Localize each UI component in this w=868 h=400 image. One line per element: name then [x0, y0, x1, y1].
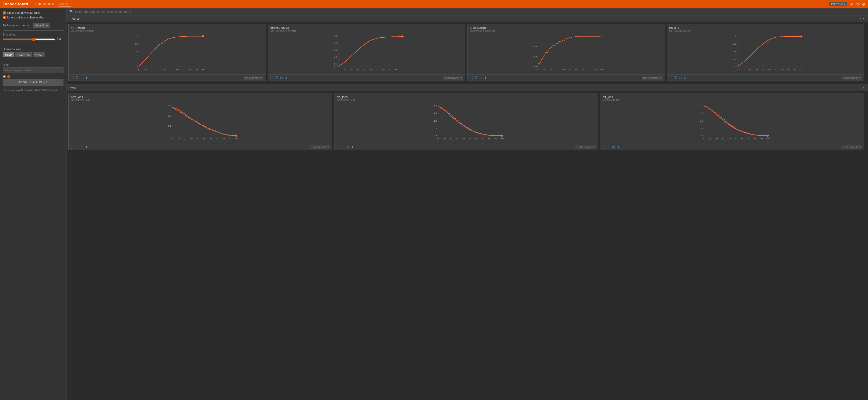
expand-icon[interactable]: ⛶ [70, 76, 74, 80]
svg-text:10: 10 [709, 137, 712, 140]
list-icon[interactable]: ☰ [75, 76, 79, 80]
zoom-icon[interactable]: ⊡ [81, 145, 83, 149]
list-icon[interactable]: ☰ [275, 76, 278, 80]
run-download-button[interactable]: run to downl... ▾ [841, 145, 862, 149]
run-download-button[interactable]: run to downl... ▾ [309, 145, 330, 149]
zoom-icon[interactable]: ⊡ [280, 76, 283, 80]
chart-cls-loss-actions: ⛶ ☰ ⊡ ⬇ [336, 145, 354, 149]
metrics-title: metrics [70, 17, 80, 20]
run-download-button[interactable]: run to downl... ▾ [642, 76, 662, 80]
download-label: run to downl... [843, 146, 859, 149]
chart-box-loss-actions: ⛶ ☰ ⊡ ⬇ [70, 145, 88, 149]
tooltip-select[interactable]: default [33, 23, 50, 28]
status-dropdown[interactable]: INACTIVE ▾ [829, 2, 847, 6]
theme-icon[interactable]: ☀ [850, 2, 853, 6]
run-download-button[interactable]: run to downl... ▾ [442, 76, 463, 80]
svg-point-31 [202, 35, 204, 37]
chart-map50-header: mAP50(B) tag: metrics/mAP50(B) [69, 24, 266, 32]
dropdown-arrow-icon: ▾ [859, 76, 861, 79]
chart-precision-actions: ⛶ ☰ ⊡ ⬇ [469, 76, 487, 80]
settings-icon[interactable]: ⚙ [862, 2, 865, 6]
train-charts-grid: box_loss tag: train/box_loss [66, 91, 868, 152]
list-icon[interactable]: ☰ [607, 145, 610, 149]
svg-text:80: 80 [787, 68, 790, 70]
list-icon[interactable]: ☰ [474, 76, 477, 80]
chevron-up-icon[interactable]: ∧ [863, 17, 865, 20]
chart-precision-footer: ⛶ ☰ ⊡ ⬇ run to downl... ▾ [467, 74, 665, 81]
svg-text:0.9: 0.9 [533, 45, 537, 48]
expand-icon[interactable]: ⛶ [602, 145, 606, 149]
svg-text:1: 1 [535, 35, 537, 37]
download-icon[interactable]: ⬇ [684, 76, 686, 80]
download-label: run to downl... [843, 76, 859, 79]
tag-filter-input[interactable] [75, 10, 865, 13]
toggle-all-button[interactable]: TOGGLE ALL RUNS [3, 79, 63, 86]
smoothing-section: Smoothing 0.6 [3, 33, 63, 41]
download-icon[interactable]: ⬇ [85, 76, 88, 80]
axis-buttons: STEP RELATIVE WALL [3, 52, 63, 57]
chart-map50-svg: 1 0.9 0.8 0.7 0.6 0 10 20 30 40 50 [69, 33, 266, 74]
nav-scalars[interactable]: SCALARS [58, 1, 72, 7]
expand-icon[interactable]: ⛶ [336, 145, 340, 149]
run-color-dot [7, 75, 10, 78]
svg-text:0.8: 0.8 [434, 134, 437, 137]
chevron-up-icon[interactable]: ∧ [863, 86, 865, 90]
svg-text:30: 30 [456, 137, 458, 140]
zoom-icon[interactable]: ⊡ [479, 76, 482, 80]
svg-text:60: 60 [475, 137, 478, 140]
svg-text:60: 60 [376, 68, 378, 70]
chart-dfl-loss-title: dfl_loss [602, 95, 862, 99]
svg-text:80: 80 [588, 68, 590, 70]
chart-precision-area: 1 0.9 0.8 0.6 0 10 20 30 40 50 60 70 [467, 32, 665, 74]
main-content: 🔍 metrics 4 ∧ mAP50(B) tag: metrics/mAP5… [66, 8, 868, 400]
svg-text:60: 60 [741, 137, 744, 140]
list-icon[interactable]: ☰ [341, 145, 344, 149]
svg-text:80: 80 [222, 137, 225, 140]
run-download-button[interactable]: run to downl... ▾ [575, 145, 596, 149]
expand-icon[interactable]: ⛶ [70, 145, 74, 149]
expand-icon[interactable]: ⛶ [469, 76, 473, 80]
svg-text:20: 20 [151, 68, 153, 70]
run-download-button[interactable]: run to downl... ▾ [243, 76, 264, 80]
runs-filter-input[interactable] [3, 67, 63, 73]
chart-precision-title: precision(B) [470, 26, 662, 29]
nav-time-series[interactable]: TIME SERIES [35, 1, 54, 7]
chart-cls-loss-title: cls_loss [337, 95, 596, 99]
run-download-button[interactable]: run to downl... ▾ [841, 76, 862, 80]
download-icon[interactable]: ⬇ [285, 76, 287, 80]
axis-wall-button[interactable]: WALL [33, 52, 44, 57]
svg-text:70: 70 [748, 137, 750, 140]
svg-text:0.9: 0.9 [168, 134, 171, 137]
download-label: run to downl... [244, 76, 260, 79]
ignore-outliers-checkbox[interactable] [3, 16, 6, 19]
svg-text:1: 1 [436, 127, 437, 130]
refresh-icon[interactable]: ↻ [856, 2, 859, 6]
tooltip-label: Tooltip sorting method: [3, 24, 31, 27]
chart-map5095-title: mAP50-95(B) [271, 26, 463, 29]
zoom-icon[interactable]: ⊡ [81, 76, 83, 80]
svg-text:80: 80 [189, 68, 191, 70]
download-icon[interactable]: ⬇ [85, 145, 88, 149]
svg-text:100: 100 [500, 137, 504, 140]
chart-cls-loss-area: 1.6 1.4 1.2 1 0.8 0 10 20 30 40 50 60 [335, 102, 598, 144]
zoom-icon[interactable]: ⊡ [346, 145, 349, 149]
download-icon[interactable]: ⬇ [617, 145, 620, 149]
zoom-icon[interactable]: ⊡ [612, 145, 615, 149]
list-icon[interactable]: ☰ [75, 145, 79, 149]
axis-relative-button[interactable]: RELATIVE [15, 52, 32, 57]
list-icon[interactable]: ☰ [674, 76, 677, 80]
download-icon[interactable]: ⬇ [484, 76, 487, 80]
chart-box-loss-svg: 1.5 1.3 1.1 0.9 0 10 20 30 40 50 60 70 [69, 103, 332, 144]
run-checkbox[interactable] [3, 75, 6, 78]
download-icon[interactable]: ⬇ [351, 145, 354, 149]
chart-dfl-loss-tag: tag: train/dfl_loss [602, 99, 862, 101]
smoothing-slider[interactable] [3, 38, 55, 41]
axis-step-button[interactable]: STEP [3, 52, 14, 57]
zoom-icon[interactable]: ⊡ [679, 76, 682, 80]
topbar-right: INACTIVE ▾ ☀ ↻ ⚙ [829, 2, 865, 6]
expand-icon[interactable]: ⛶ [669, 76, 672, 80]
divider-1 [3, 30, 63, 31]
show-download-checkbox[interactable] [3, 11, 6, 14]
expand-icon[interactable]: ⛶ [270, 76, 273, 80]
runs-section: Runs . TOGGLE ALL RUNS C:\Users\shiruiyu… [3, 63, 63, 92]
